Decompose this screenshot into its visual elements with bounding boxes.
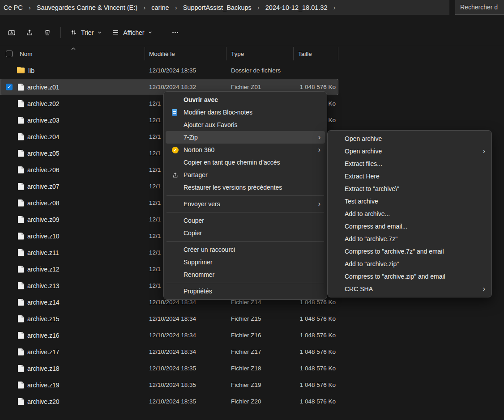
- file-name: archive.z18: [27, 365, 60, 372]
- submenu-item-label: Extract Here: [345, 173, 380, 180]
- menu-item[interactable]: Restaurer les versions précédentes: [166, 181, 325, 194]
- file-icon: [18, 315, 24, 322]
- norton-icon: [172, 147, 179, 153]
- menu-item[interactable]: Créer un raccourci: [166, 243, 325, 256]
- column-header-size[interactable]: Taille: [294, 47, 338, 60]
- rename-button[interactable]: [3, 25, 20, 41]
- menu-item[interactable]: Copier en tant que chemin d’accès: [166, 156, 325, 169]
- file-name: archive.z05: [27, 150, 60, 157]
- file-date: 12/10/2024 18:35: [145, 67, 226, 74]
- rename-icon: [8, 29, 16, 37]
- submenu-arrow-icon: ›: [483, 285, 485, 293]
- menu-separator: [167, 212, 324, 212]
- column-header-modified[interactable]: Modifié le: [145, 47, 226, 60]
- file-date: 12/10/2024 18:35: [145, 382, 226, 388]
- chevron-right-icon: ›: [333, 4, 335, 11]
- column-headers: Nom Modifié le Type Taille: [0, 47, 338, 60]
- file-row[interactable]: ✓ archive.z17 12/10/2024 18:34 Fichier Z…: [0, 344, 338, 360]
- submenu-item[interactable]: Compress and email...: [329, 220, 490, 233]
- breadcrumb-segment[interactable]: SupportAssist_Backups: [177, 4, 257, 11]
- submenu-item[interactable]: Add to archive...: [329, 208, 490, 220]
- menu-item[interactable]: Couper: [166, 214, 325, 227]
- file-type: Fichier Z15: [226, 315, 294, 322]
- toolbar-divider: [60, 27, 61, 38]
- submenu-item[interactable]: Add to "archive.zip": [329, 258, 490, 270]
- search-box[interactable]: Rechercher d: [455, 0, 504, 15]
- menu-item[interactable]: Ouvrir avec: [166, 93, 325, 106]
- sort-icon: [70, 29, 77, 36]
- file-icon: [18, 133, 24, 140]
- submenu-item[interactable]: Extract Here: [329, 170, 490, 182]
- file-row[interactable]: ✓ archive.z16 12/10/2024 18:34 Fichier Z…: [0, 327, 338, 344]
- sort-label: Trier: [81, 29, 94, 36]
- file-name: archive.z13: [27, 282, 60, 289]
- share-button[interactable]: [21, 25, 38, 41]
- view-button[interactable]: Afficher: [107, 25, 157, 40]
- file-size: 1 048 576 Ko: [294, 398, 338, 405]
- breadcrumb: Ce PC › Sauvegardes Carine & Vincent (E:…: [0, 4, 335, 11]
- file-row[interactable]: ✓ archive.z15 12/10/2024 18:34 Fichier Z…: [0, 310, 338, 327]
- delete-button[interactable]: [39, 25, 56, 41]
- menu-item[interactable]: Norton 360 ›: [166, 144, 325, 156]
- column-header-name[interactable]: Nom: [0, 47, 145, 60]
- menu-item[interactable]: Envoyer vers ›: [166, 198, 325, 210]
- context-menu: Ouvrir avec Modifier dans Bloc-notes Ajo…: [163, 91, 327, 300]
- file-date: 12/10/2024 18:35: [145, 398, 226, 405]
- file-icon: [18, 398, 24, 405]
- menu-item-label: Ouvrir avec: [184, 96, 218, 103]
- column-header-type[interactable]: Type: [226, 47, 294, 60]
- file-row[interactable]: ✓ archive.z20 12/10/2024 18:35 Fichier Z…: [0, 393, 338, 410]
- menu-item-label: 7-Zip: [184, 134, 198, 141]
- submenu-item[interactable]: Extract files...: [329, 157, 490, 170]
- column-header-size-label: Taille: [298, 51, 312, 57]
- breadcrumb-segment[interactable]: Ce PC: [0, 4, 29, 11]
- row-checkbox[interactable]: ✓: [6, 84, 13, 90]
- menu-item-label: Copier en tant que chemin d’accès: [184, 159, 280, 166]
- sort-ascending-icon: [71, 47, 76, 50]
- file-type: Fichier Z17: [226, 348, 294, 355]
- menu-item[interactable]: Ajouter aux Favoris: [166, 119, 325, 131]
- file-row[interactable]: ✓ archive.z19 12/10/2024 18:35 Fichier Z…: [0, 377, 338, 393]
- file-name: archive.z06: [27, 166, 60, 174]
- submenu-item-label: Add to "archive.7z": [345, 235, 397, 242]
- submenu-item[interactable]: Open archive: [329, 132, 490, 145]
- breadcrumb-segment[interactable]: 2024-10-12_18.01.32: [260, 4, 333, 11]
- breadcrumb-segment[interactable]: carine: [145, 4, 175, 11]
- submenu-item[interactable]: Open archive ›: [329, 145, 490, 157]
- sort-button[interactable]: Trier: [65, 25, 107, 40]
- file-icon: [18, 199, 24, 207]
- file-name: archive.z12: [27, 266, 60, 273]
- menu-item[interactable]: 7-Zip ›: [166, 131, 325, 144]
- file-type: Fichier Z01: [226, 84, 294, 90]
- menu-item-label: Renommer: [184, 271, 214, 278]
- submenu-item[interactable]: Test archive: [329, 195, 490, 208]
- file-size: 1 048 576 Ko: [294, 382, 338, 388]
- file-row[interactable]: ✓ lib 12/10/2024 18:35 Dossier de fichie…: [0, 62, 338, 79]
- submenu-item[interactable]: Add to "archive.7z": [329, 233, 490, 245]
- menu-item[interactable]: Partager: [166, 169, 325, 181]
- menu-item[interactable]: Copier: [166, 227, 325, 239]
- menu-item[interactable]: Renommer: [166, 268, 325, 281]
- file-name: archive.z09: [27, 216, 60, 223]
- menu-item[interactable]: Modifier dans Bloc-notes: [166, 106, 325, 119]
- menu-item[interactable]: Supprimer: [166, 256, 325, 268]
- submenu-item[interactable]: Compress to "archive.zip" and email: [329, 270, 490, 283]
- submenu-item[interactable]: Extract to "archive\": [329, 182, 490, 195]
- submenu-item[interactable]: Compress to "archive.7z" and email: [329, 245, 490, 258]
- menu-item-label: Copier: [184, 229, 202, 237]
- submenu-arrow-icon: ›: [483, 148, 485, 155]
- select-all-checkbox[interactable]: [6, 51, 13, 57]
- search-input[interactable]: Rechercher d: [460, 4, 498, 11]
- file-row[interactable]: ✓ archive.z18 12/10/2024 18:35 Fichier Z…: [0, 360, 338, 377]
- file-date: 12/10/2024 18:34: [145, 348, 226, 355]
- submenu-item[interactable]: CRC SHA ›: [329, 283, 490, 295]
- more-options-button[interactable]: [167, 25, 184, 40]
- file-name: archive.z03: [27, 117, 60, 124]
- file-icon: [18, 84, 24, 91]
- menu-item-label: Norton 360: [184, 146, 214, 153]
- file-type: Fichier Z20: [226, 398, 294, 405]
- submenu-arrow-icon: ›: [318, 200, 320, 208]
- menu-item[interactable]: Propriétés: [166, 285, 325, 297]
- submenu-item-label: Open archive: [345, 135, 382, 142]
- breadcrumb-segment[interactable]: Sauvegardes Carine & Vincent (E:): [31, 4, 143, 11]
